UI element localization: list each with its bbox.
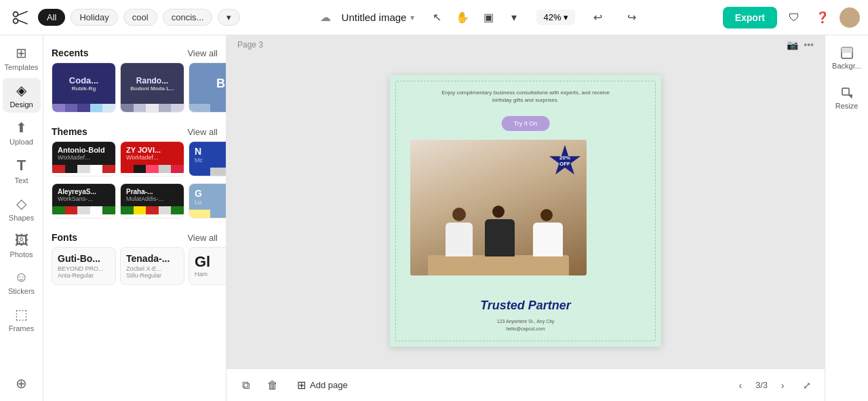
theme-1-sub: WixMadef... [126,154,178,161]
font-0-display: Guti-Bo... [58,253,110,264]
add-page-btn[interactable]: ⊞ Add page [289,375,356,396]
theme-card-2[interactable]: N Mc [189,141,226,176]
fonts-view-all[interactable]: View all [187,233,218,243]
sidebar-item-shapes[interactable]: ◇ Shapes [3,191,41,226]
svg-point-1 [14,18,18,23]
page-counter: 3/3 [755,380,768,390]
sidebar-item-text[interactable]: T Text [3,153,41,189]
redo-btn[interactable]: ↪ [620,6,643,29]
sidebar-item-more[interactable]: ⊕ [3,371,41,396]
frame-tool-btn[interactable]: ▣ [477,6,500,29]
recent-card-2[interactable]: B [189,62,226,113]
recent-card-2-name: B [216,77,225,91]
themes-row-1: Antonio-Bold WixMadef... ZY JOVI... WixM… [43,141,226,183]
theme-2-sub: Mc [195,157,226,164]
add-page-label: Add page [310,380,348,390]
topbar-center: ☁ Untitled image ▾ ↖ ✋ ▣ ▾ 42% ▾ ↩ ↪ [245,6,717,29]
theme-3-sub: WorkSans-... [58,195,110,202]
sidebar-label-upload: Upload [9,138,33,146]
background-icon [840,46,854,60]
theme-card-1[interactable]: ZY JOVI... WixMadef... [120,141,184,176]
font-card-1[interactable]: Tenada-... Zocbel X-E... Stilu-Regular [120,247,184,285]
fonts-header: Fonts View all [43,225,226,247]
sidebar-label-design: Design [9,100,33,109]
copy-page-btn[interactable]: ⧉ [235,375,256,396]
sidebar-item-design[interactable]: ◈ Design [3,78,41,113]
sidebar-label-photos: Photos [9,250,33,259]
background-panel-item[interactable]: Backgr... [828,41,866,75]
resize-label: Resize [835,102,859,110]
themes-header: Themes View all [43,119,226,141]
next-page-btn[interactable]: › [773,376,792,395]
canvas-top-bar: Page 3 📷 ••• [226,35,825,53]
design-canvas[interactable]: Enjoy complimentary business consultatio… [390,75,661,347]
theme-card-4[interactable]: Praha-... MulatAddis-... [120,183,184,218]
title-area[interactable]: Untitled image ▾ [342,12,415,23]
theme-3-name: AleyreyaS... [58,188,110,195]
recent-card-0[interactable]: Coda... Rubik-Rg [52,62,116,113]
recents-view-all[interactable]: View all [187,48,218,58]
canvas-wrapper: Enjoy complimentary business consultatio… [383,53,668,368]
theme-0-sub: WixMadef... [58,154,110,161]
sidebar-label-shapes: Shapes [9,214,34,222]
tag-more[interactable]: ▾ [218,9,240,26]
theme-4-sub: MulatAddis-... [126,195,178,202]
sidebar-item-frames[interactable]: ⬚ Frames [3,302,41,337]
tag-all[interactable]: All [38,9,65,26]
tag-cool[interactable]: cool [123,9,157,26]
theme-card-5[interactable]: G Lu [189,183,226,218]
page-nav: ‹ 3/3 › ⤢ [731,376,816,395]
tag-holiday[interactable]: Holiday [71,9,117,26]
delete-page-btn[interactable]: 🗑 [262,375,283,396]
font-1-sub2: Stilu-Regular [126,272,178,279]
themes-view-all[interactable]: View all [187,127,218,137]
more-icon: ⊕ [16,375,27,392]
sidebar-icons: ⊞ Templates ◈ Design ⬆ Upload T Text ◇ S… [0,35,43,401]
svg-line-2 [18,12,27,16]
ellipsis-icon-btn[interactable]: ••• [804,39,814,50]
bottom-bar: ⧉ 🗑 ⊞ Add page ‹ 3/3 › ⤢ [226,368,825,401]
theme-0-name: Antonio-Bold [58,146,110,154]
hand-tool-btn[interactable]: ✋ [451,6,474,29]
export-button[interactable]: Export [723,7,777,28]
font-2-display: Gl [195,253,226,271]
font-1-display: Tenada-... [126,253,178,264]
undo-btn[interactable]: ↩ [586,6,609,29]
tool-group: ↖ ✋ ▣ ▾ [425,6,526,29]
theme-4-name: Praha-... [126,188,178,195]
shield-icon-btn[interactable]: 🛡 [783,6,806,29]
select-tool-btn[interactable]: ↖ [425,6,448,29]
photo-icon-btn[interactable]: 📷 [787,39,798,50]
svg-line-3 [18,20,27,24]
sidebar-item-templates[interactable]: ⊞ Templates [3,41,41,75]
fonts-row: Guti-Bo... BEYOND PRO... Anta-Regular Te… [43,247,226,292]
recent-card-1[interactable]: Rando... Bodoni Moda L... [120,62,184,113]
font-1-sub1: Zocbel X-E... [126,265,178,272]
app-logo[interactable] [8,7,30,28]
sidebar-label-frames: Frames [9,324,34,332]
frame-tool-chevron[interactable]: ▾ [502,6,526,29]
recent-card-1-sub: Bodoni Moda L... [130,85,174,92]
theme-5-name: G [195,188,226,199]
expand-btn[interactable]: ⤢ [797,376,816,395]
sidebar-item-stickers[interactable]: ☺ Stickers [3,265,41,299]
help-icon-btn[interactable]: ❓ [811,6,834,29]
resize-panel-item[interactable]: Resize [828,81,866,115]
sidebar-item-upload[interactable]: ⬆ Upload [3,115,41,150]
font-card-2[interactable]: Gl Ham [189,247,226,285]
theme-card-3[interactable]: AleyreyaS... WorkSans-... [52,183,116,218]
canvas-text-top: Enjoy complimentary business consultatio… [437,89,614,104]
font-card-0[interactable]: Guti-Bo... BEYOND PRO... Anta-Regular [52,247,116,285]
try-it-on-btn[interactable]: Try It On [502,116,550,131]
user-avatar[interactable] [840,7,860,28]
text-icon: T [17,157,26,174]
design-icon: ◈ [16,82,26,98]
address-text: 123 Anywhere St., Any City hello@capcut.… [497,318,554,332]
cloud-icon: ☁ [320,11,331,24]
zoom-control[interactable]: 42% ▾ [536,9,575,25]
sidebar-item-photos[interactable]: 🖼 Photos [3,229,41,263]
prev-page-btn[interactable]: ‹ [731,376,750,395]
topbar: All Holiday cool concis... ▾ ☁ Untitled … [0,0,868,35]
tag-concise[interactable]: concis... [163,9,213,26]
theme-card-0[interactable]: Antonio-Bold WixMadef... [52,141,116,176]
